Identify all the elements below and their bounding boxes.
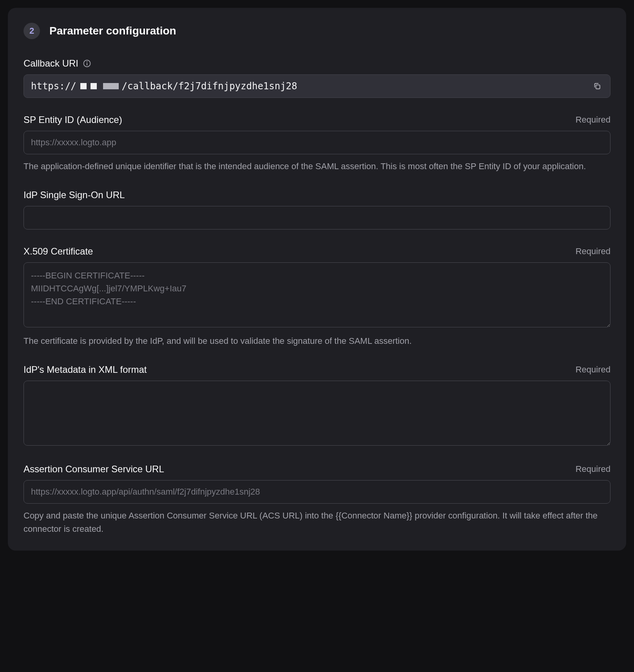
sp-entity-id-help: The application-defined unique identifie… (24, 160, 610, 173)
idp-metadata-xml-input[interactable] (24, 381, 610, 446)
x509-cert-help: The certificate is provided by the IdP, … (24, 334, 610, 348)
callback-uri-label-text: Callback URI (24, 58, 78, 69)
section-header: 2 Parameter configuration (24, 23, 610, 39)
acs-url-label: Assertion Consumer Service URL (24, 464, 164, 475)
svg-point-1 (87, 61, 87, 62)
x509-cert-input[interactable] (24, 262, 610, 327)
x509-cert-field: X.509 Certificate Required The certifica… (24, 246, 610, 348)
required-badge: Required (576, 246, 610, 257)
callback-uri-label: Callback URI (24, 58, 91, 69)
sp-entity-id-label: SP Entity ID (Audience) (24, 114, 122, 125)
callback-uri-field: Callback URI https:// /callback/f2j7difn… (24, 58, 610, 98)
copy-icon (593, 82, 601, 90)
svg-rect-3 (596, 85, 600, 89)
info-icon[interactable] (83, 60, 91, 67)
svg-rect-2 (87, 63, 87, 66)
callback-uri-suffix: /callback/f2j7difnjpyzdhe1snj28 (122, 81, 297, 92)
sp-entity-id-input[interactable] (24, 131, 610, 154)
redacted-segment (80, 83, 97, 89)
required-badge: Required (576, 115, 610, 125)
step-number-badge: 2 (24, 23, 40, 39)
idp-sso-url-label: IdP Single Sign-On URL (24, 190, 125, 201)
parameter-configuration-card: 2 Parameter configuration Callback URI h… (8, 8, 626, 551)
required-badge: Required (576, 365, 610, 375)
sp-entity-id-field: SP Entity ID (Audience) Required The app… (24, 114, 610, 173)
idp-sso-url-input[interactable] (24, 206, 610, 229)
copy-button[interactable] (591, 80, 603, 92)
callback-uri-prefix: https:// (31, 81, 76, 92)
idp-metadata-xml-field: IdP's Metadata in XML format Required (24, 364, 610, 447)
acs-url-field: Assertion Consumer Service URL Required … (24, 464, 610, 536)
x509-cert-label: X.509 Certificate (24, 246, 93, 257)
required-badge: Required (576, 464, 610, 474)
callback-uri-readonly-box: https:// /callback/f2j7difnjpyzdhe1snj28 (24, 74, 610, 98)
redacted-segment (103, 83, 119, 89)
idp-sso-url-field: IdP Single Sign-On URL (24, 190, 610, 229)
acs-url-input[interactable] (24, 480, 610, 504)
callback-uri-value: https:// /callback/f2j7difnjpyzdhe1snj28 (31, 81, 297, 92)
section-title: Parameter configuration (49, 25, 176, 37)
acs-url-help: Copy and paste the unique Assertion Cons… (24, 509, 610, 536)
idp-metadata-xml-label: IdP's Metadata in XML format (24, 364, 147, 375)
